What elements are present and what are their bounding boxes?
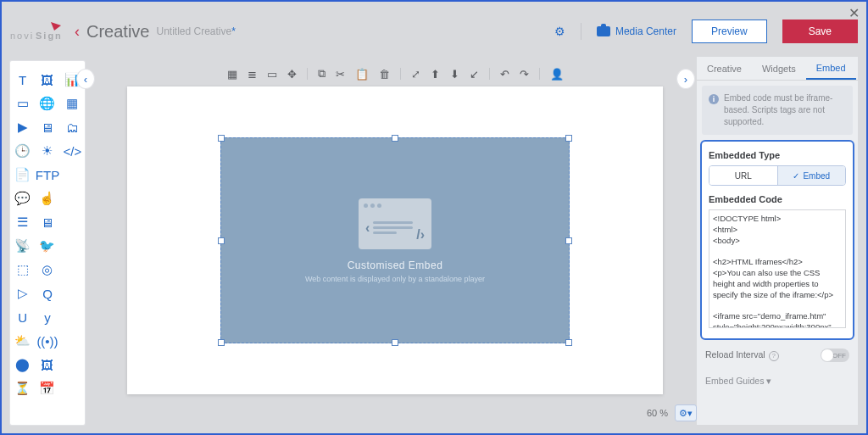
resize-handle[interactable]: [565, 339, 572, 346]
grid-icon[interactable]: ▦: [227, 68, 237, 81]
touch-icon[interactable]: ☝: [35, 187, 59, 210]
blank3-icon: [60, 210, 85, 234]
search-icon[interactable]: Q: [35, 282, 59, 305]
blank7-icon: [60, 305, 85, 329]
slideshow-icon[interactable]: 🖥: [35, 115, 59, 139]
zoom-value: 60 %: [647, 408, 668, 418]
save-button[interactable]: Save: [782, 20, 858, 43]
resize-handle[interactable]: [565, 135, 572, 142]
ticker-icon[interactable]: 💬: [10, 187, 35, 210]
list-icon[interactable]: ☰: [10, 210, 35, 234]
ustream-icon[interactable]: U: [10, 305, 35, 329]
rss-icon[interactable]: 📡: [10, 234, 35, 258]
seg-embed[interactable]: ✓Embed: [777, 166, 846, 185]
instagram-icon[interactable]: ◎: [35, 258, 59, 282]
embed-code-field[interactable]: [709, 209, 846, 328]
separator: [307, 68, 308, 80]
globe-icon[interactable]: 🌐: [35, 92, 59, 115]
panel-tabs: Creative Widgets Embed: [697, 57, 858, 81]
ratio-icon[interactable]: ▭: [267, 68, 277, 81]
back-icon[interactable]: ‹: [75, 23, 80, 41]
collapse-right-icon[interactable]: ›: [676, 69, 695, 89]
image-icon[interactable]: 🖼: [35, 68, 59, 92]
fit-icon[interactable]: ⤢: [411, 68, 420, 81]
file-name: Untitled Creative*: [156, 25, 235, 37]
timer-icon[interactable]: ⏳: [10, 376, 35, 400]
separator: [400, 68, 401, 80]
delete-icon[interactable]: 🗑: [379, 68, 390, 81]
embed-guides-dropdown[interactable]: Embed Guides ▾: [705, 376, 771, 386]
properties-panel: Creative Widgets Embed Embed code must b…: [697, 57, 858, 425]
blank4-icon: [60, 234, 85, 258]
copy-icon[interactable]: ⧉: [318, 67, 326, 81]
media-center-link[interactable]: Media Center: [597, 25, 676, 37]
selected-embed-widget[interactable]: ‹/› Customised Embed Web content is disp…: [220, 137, 570, 343]
poll-icon[interactable]: ⬤: [10, 353, 35, 376]
undo-icon[interactable]: ↶: [500, 68, 509, 81]
stage[interactable]: ‹/› Customised Embed Web content is disp…: [127, 86, 663, 394]
zoom-dropdown[interactable]: ⚙▾: [675, 404, 697, 421]
table-icon[interactable]: ▦: [60, 92, 85, 115]
resize-handle[interactable]: [392, 135, 398, 142]
resize-handle[interactable]: [218, 237, 225, 244]
embedded-type-segment: URL ✓Embed: [709, 165, 846, 186]
embedded-type-label: Embedded Type: [709, 150, 846, 160]
seg-url[interactable]: URL: [709, 166, 777, 185]
tab-creative[interactable]: Creative: [697, 57, 752, 80]
redo-icon[interactable]: ↷: [520, 68, 529, 81]
blank6-icon: [60, 282, 85, 305]
gear-icon[interactable]: ⚙: [554, 25, 565, 38]
shape-icon[interactable]: ▭: [10, 92, 35, 115]
photo-icon[interactable]: 🖼: [35, 353, 59, 376]
align-icon[interactable]: ≣: [248, 68, 257, 81]
blank9-icon: [60, 353, 85, 376]
video-icon[interactable]: ▶: [10, 115, 35, 139]
clock-icon[interactable]: 🕒: [10, 139, 35, 163]
twitter-icon[interactable]: 🐦: [35, 234, 59, 258]
resize-handle[interactable]: [218, 135, 225, 142]
behind-icon[interactable]: ↙: [470, 68, 479, 81]
ftp-icon[interactable]: FTP: [35, 163, 59, 187]
camera-icon: [597, 26, 610, 36]
yelp-icon[interactable]: y: [35, 305, 59, 329]
reload-toggle[interactable]: OFF: [821, 349, 849, 362]
youtube-icon[interactable]: ▷: [10, 282, 35, 305]
back-icon[interactable]: ⬇: [450, 68, 459, 81]
calendar-icon[interactable]: 📅: [35, 376, 59, 400]
blank8-icon: [60, 329, 85, 353]
resize-handle[interactable]: [392, 339, 398, 346]
tab-widgets[interactable]: Widgets: [752, 57, 806, 80]
logo: noviSign: [10, 20, 70, 42]
help-icon[interactable]: ?: [769, 351, 779, 361]
topbar: noviSign ‹ Creative Untitled Creative* ⚙…: [10, 10, 858, 53]
partly-icon[interactable]: ⛅: [10, 329, 35, 353]
divider: [581, 23, 581, 40]
move-icon[interactable]: ✥: [287, 68, 297, 81]
tab-embed[interactable]: Embed: [806, 57, 856, 80]
blank10-icon: [60, 376, 85, 400]
code-icon[interactable]: </>: [60, 139, 85, 163]
facebook-icon[interactable]: ⬚: [10, 258, 35, 282]
embed-icon: ‹/›: [359, 198, 431, 249]
resize-handle[interactable]: [218, 339, 225, 346]
page-icon[interactable]: 📄: [10, 163, 35, 187]
front-icon[interactable]: ⬆: [431, 68, 440, 81]
widget-subtitle: Web content is displayed only by a stand…: [305, 275, 485, 283]
check-icon: ✓: [793, 171, 799, 181]
collapse-left-icon[interactable]: ‹: [76, 69, 95, 89]
paste-icon[interactable]: 📋: [355, 68, 369, 81]
canvas-area: ▦≣▭✥⧉✂📋🗑⤢⬆⬇↙↶↷👤 ‹/› Customised Embed Web…: [93, 61, 697, 425]
resize-handle[interactable]: [565, 237, 572, 244]
screen-icon[interactable]: 🖥: [35, 210, 59, 234]
embed-guides-row: Embed Guides ▾: [697, 369, 858, 393]
text-icon[interactable]: T: [10, 68, 35, 92]
signal-icon[interactable]: ((•)): [35, 329, 59, 353]
user-icon[interactable]: 👤: [550, 68, 564, 81]
weather-icon[interactable]: ☀: [35, 139, 59, 163]
cut-icon[interactable]: ✂: [336, 68, 345, 81]
embed-properties: Embedded Type URL ✓Embed Embedded Code: [700, 140, 854, 340]
widget-palette: ‹ T🖼📊▭🌐▦▶🖥🗂🕒☀</>📄FTP💬☝☰🖥📡🐦⬚◎▷QUy⛅((•))⬤🖼…: [10, 61, 85, 425]
preview-button[interactable]: Preview: [692, 20, 767, 43]
breadcrumb: ‹ Creative Untitled Creative*: [75, 22, 236, 42]
gallery-icon[interactable]: 🗂: [60, 115, 85, 139]
